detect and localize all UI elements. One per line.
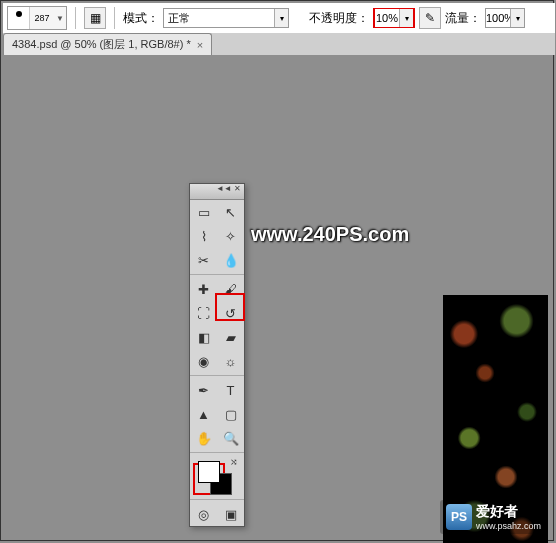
rect-marquee-icon[interactable]: ▭ [190, 200, 217, 224]
pen-icon[interactable]: ✒ [190, 378, 217, 402]
chevron-down-icon[interactable]: ▾ [510, 9, 524, 27]
flow-input[interactable]: ▾ [485, 8, 525, 28]
brush-preset-picker[interactable]: 287 ▼ [7, 6, 67, 30]
panel-collapse-icon[interactable]: ◄◄ ✕ [190, 184, 244, 200]
document-tab-bar: 4384.psd @ 50% (图层 1, RGB/8#) * × [3, 33, 555, 55]
watermark-text: www.240PS.com [251, 223, 409, 246]
shape-icon[interactable]: ▢ [217, 402, 244, 426]
move-icon[interactable]: ↖ [217, 200, 244, 224]
chevron-down-icon[interactable]: ▾ [274, 9, 288, 27]
tools-panel: ◄◄ ✕ ▭↖⌇✧✂💧✚🖌⛶↺◧▰◉☼✒T▲▢✋🔍⤭◎▣ [189, 183, 245, 527]
eyedropper-icon[interactable]: 💧 [217, 248, 244, 272]
blend-mode-select[interactable]: ▾ [163, 8, 289, 28]
magic-wand-icon[interactable]: ✧ [217, 224, 244, 248]
blur-icon[interactable]: ◉ [190, 349, 217, 373]
opacity-label: 不透明度： [309, 10, 369, 27]
brush-icon[interactable]: 🖌 [217, 277, 244, 301]
close-icon[interactable]: × [197, 39, 203, 51]
crop-icon[interactable]: ✂ [190, 248, 217, 272]
brush-size-value: 287 [30, 13, 54, 23]
tool-separator [190, 375, 244, 376]
flow-value[interactable] [486, 9, 510, 27]
paint-bucket-icon[interactable]: ▰ [217, 325, 244, 349]
clone-stamp-icon[interactable]: ⛶ [190, 301, 217, 325]
separator [75, 7, 76, 29]
chevron-down-icon[interactable]: ▼ [54, 14, 66, 23]
opacity-input[interactable]: ▾ [373, 8, 415, 28]
zoom-icon[interactable]: 🔍 [217, 426, 244, 450]
chevron-down-icon[interactable]: ▾ [399, 9, 413, 27]
opacity-value[interactable] [375, 9, 399, 27]
eraser-icon[interactable]: ◧ [190, 325, 217, 349]
color-swatches[interactable]: ⤭ [190, 455, 244, 497]
document-tab-title: 4384.psd @ 50% (图层 1, RGB/8#) * [12, 37, 191, 52]
brush-preview-icon [8, 7, 30, 29]
lasso-icon[interactable]: ⌇ [190, 224, 217, 248]
path-select-icon[interactable]: ▲ [190, 402, 217, 426]
brush-panel-toggle-icon[interactable]: ▦ [84, 7, 106, 29]
type-icon[interactable]: T [217, 378, 244, 402]
document-tab[interactable]: 4384.psd @ 50% (图层 1, RGB/8#) * × [3, 33, 212, 55]
ps-badge-icon: PS [446, 504, 472, 530]
options-bar: 287 ▼ ▦ 模式： ▾ 不透明度： ▾ ✎ 流量： ▾ [3, 3, 555, 33]
separator [114, 7, 115, 29]
hand-icon[interactable]: ✋ [190, 426, 217, 450]
tool-separator [190, 452, 244, 453]
footer-watermark: PS 爱好者 www.psahz.com [440, 500, 547, 534]
dodge-icon[interactable]: ☼ [217, 349, 244, 373]
quick-mask-icon[interactable]: ◎ [190, 502, 217, 526]
footer-url: www.psahz.com [476, 521, 541, 531]
foreground-color-swatch[interactable] [198, 461, 220, 483]
flow-label: 流量： [445, 10, 481, 27]
footer-name: 爱好者 [476, 503, 541, 521]
pressure-opacity-icon[interactable]: ✎ [419, 7, 441, 29]
healing-brush-icon[interactable]: ✚ [190, 277, 217, 301]
history-brush-icon[interactable]: ↺ [217, 301, 244, 325]
tool-separator [190, 274, 244, 275]
tool-separator [190, 499, 244, 500]
swap-colors-icon[interactable]: ⤭ [230, 457, 238, 467]
canvas-area[interactable]: ◄◄ ✕ ▭↖⌇✧✂💧✚🖌⛶↺◧▰◉☼✒T▲▢✋🔍⤭◎▣ www.240PS.c… [3, 55, 551, 538]
screen-mode-icon[interactable]: ▣ [217, 502, 244, 526]
blend-mode-value[interactable] [164, 9, 274, 27]
mode-label: 模式： [123, 10, 159, 27]
